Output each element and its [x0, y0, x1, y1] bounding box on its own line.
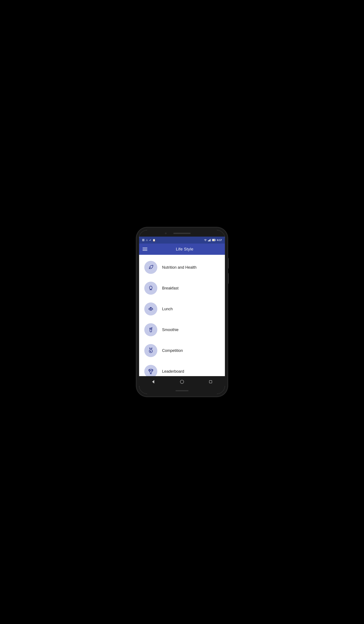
list-item[interactable]: Leaderboard [139, 361, 225, 376]
back-icon [151, 380, 156, 384]
phone-bottom [139, 387, 225, 394]
trophy-icon [148, 368, 154, 375]
phone-screen: 🖼 ⚠ ✔ 📋 [139, 230, 225, 394]
smoothie-label: Smoothie [162, 328, 179, 332]
list-item[interactable]: Smoothie [139, 319, 225, 340]
leaf-icon [148, 264, 154, 271]
status-left-icons: 🖼 ⚠ ✔ 📋 [142, 239, 156, 242]
svg-text:⚡: ⚡ [212, 239, 214, 241]
recents-button[interactable] [205, 376, 216, 387]
status-right-icons: ⚡ 6:17 [204, 239, 222, 241]
back-button[interactable] [148, 376, 159, 387]
battery-icon: ⚡ [212, 239, 216, 241]
list-item[interactable]: Breakfast [139, 278, 225, 299]
cloche-icon [148, 306, 154, 312]
speaker-grille [173, 233, 191, 234]
competition-label: Competition [162, 348, 183, 353]
lunch-label: Lunch [162, 307, 173, 311]
signal-icon [208, 239, 211, 241]
image-status-icon: 🖼 [142, 239, 145, 241]
check-status-icon: ✔ [149, 239, 151, 242]
home-icon [180, 380, 184, 384]
leaderboard-icon-circle [144, 365, 157, 376]
hamburger-line-3 [143, 250, 147, 251]
list-item[interactable]: Lunch [139, 299, 225, 319]
breakfast-icon-circle [144, 282, 157, 295]
list-item[interactable]: Nutrition and Health [139, 257, 225, 278]
leaderboard-label: Leaderboard [162, 369, 184, 374]
breakfast-label: Breakfast [162, 286, 179, 290]
nutrition-label: Nutrition and Health [162, 265, 197, 270]
svg-point-8 [150, 286, 152, 289]
svg-rect-1 [209, 240, 209, 241]
svg-rect-2 [210, 239, 210, 241]
nutrition-icon-circle [144, 261, 157, 274]
list-item[interactable]: Competition [139, 340, 225, 361]
svg-rect-6 [215, 240, 216, 240]
svg-point-14 [150, 307, 151, 308]
camera-dot [165, 233, 167, 234]
phone-top [139, 230, 225, 237]
smoothie-icon-circle [144, 323, 157, 336]
svg-rect-22 [209, 380, 212, 383]
hamburger-menu-button[interactable] [143, 248, 148, 251]
hamburger-line-2 [143, 249, 147, 249]
medal-icon [148, 347, 154, 354]
lunch-icon-circle [144, 303, 157, 315]
recents-icon [208, 380, 213, 384]
wifi-icon [204, 239, 207, 241]
svg-rect-3 [210, 239, 211, 241]
egg-icon [148, 285, 154, 291]
app-bar: Life Style [139, 244, 225, 255]
app-bar-title: Life Style [148, 247, 221, 252]
menu-list: Nutrition and Health Breakfast [139, 255, 225, 376]
nav-bar [139, 376, 225, 387]
svg-rect-0 [208, 240, 209, 241]
hamburger-line-1 [143, 248, 147, 248]
svg-point-21 [180, 380, 184, 384]
warning-status-icon: ⚠ [146, 239, 148, 242]
competition-icon-circle [144, 344, 157, 357]
home-button[interactable] [177, 376, 187, 387]
svg-marker-20 [152, 380, 154, 384]
status-bar: 🖼 ⚠ ✔ 📋 [139, 237, 225, 244]
phone-shell: 🖼 ⚠ ✔ 📋 [136, 228, 228, 396]
bottom-speaker [176, 390, 188, 391]
drink-icon [148, 327, 154, 333]
time-display: 6:17 [217, 239, 222, 241]
bag-status-icon: 📋 [153, 239, 156, 242]
